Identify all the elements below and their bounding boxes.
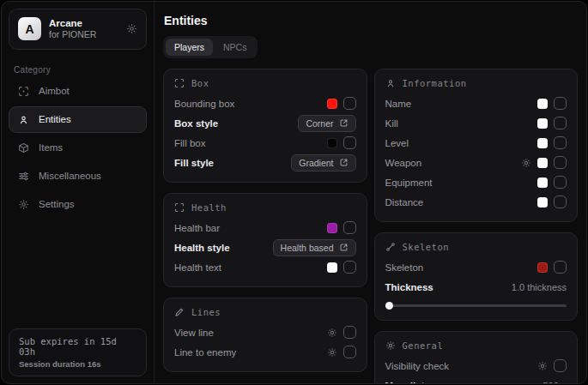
gear-icon[interactable] (327, 328, 337, 338)
tab-players[interactable]: Players (166, 39, 213, 56)
setting-label: Health style (174, 243, 230, 253)
dropdown-value: Health based (281, 243, 334, 253)
checkbox[interactable] (554, 156, 567, 169)
setting-label: Bounding box (174, 99, 234, 109)
checkbox[interactable] (343, 221, 356, 234)
setting-row-weapon: Weapon (385, 153, 567, 172)
setting-row-fill-box: Fill box (174, 133, 356, 153)
crosshair-icon (18, 86, 29, 97)
setting-label: Distance (385, 197, 424, 208)
expand-icon (339, 118, 349, 128)
setting-row-line-to-enemy: Line to enemy (174, 342, 356, 362)
setting-row-skeleton: Skeleton (385, 257, 567, 277)
gear-icon[interactable] (327, 347, 337, 358)
color-swatch[interactable] (537, 197, 548, 208)
sidebar-item-label: Aimbot (39, 86, 70, 96)
setting-label: Max distance (385, 381, 447, 384)
main-content: Entities Players NPCs Box (155, 2, 586, 383)
gear-icon (385, 340, 396, 351)
sidebar-item-items[interactable]: Items (9, 135, 147, 161)
setting-label: Name (385, 99, 412, 109)
checkbox[interactable] (554, 196, 567, 208)
sidebar-item-entities[interactable]: Entities (9, 106, 147, 133)
brand-logo: A (18, 17, 41, 40)
checkbox[interactable] (343, 97, 356, 110)
tab-npcs[interactable]: NPCs (215, 39, 255, 56)
bone-icon (385, 242, 396, 252)
setting-row-box-style: Box style Corner (174, 113, 356, 133)
slider-value: 500m (543, 381, 567, 384)
color-swatch[interactable] (327, 138, 337, 148)
checkbox[interactable] (554, 136, 567, 149)
checkbox[interactable] (554, 117, 567, 129)
checkbox[interactable] (343, 326, 356, 339)
dropdown-button[interactable]: Corner (298, 115, 355, 132)
setting-label: Level (385, 138, 409, 148)
lines-section: Lines View line (163, 298, 367, 372)
color-swatch[interactable] (537, 158, 548, 168)
setting-row-bounding-box: Bounding box (174, 93, 356, 113)
setting-row-kill: Kill (385, 113, 567, 133)
color-swatch[interactable] (327, 223, 337, 233)
checkbox[interactable] (343, 346, 356, 358)
setting-label: Equipment (385, 177, 433, 188)
setting-label: View line (174, 328, 214, 338)
setting-label: Health text (174, 262, 221, 273)
color-swatch[interactable] (537, 118, 548, 129)
sidebar-item-aimbot[interactable]: Aimbot (9, 78, 147, 105)
dropdown-button[interactable]: Health based (273, 239, 356, 256)
checkbox[interactable] (343, 136, 356, 149)
tab-bar: Players NPCs (163, 36, 258, 58)
dropdown-value: Corner (306, 118, 333, 129)
slider-thumb[interactable] (385, 302, 393, 310)
color-swatch[interactable] (537, 138, 548, 148)
person-scan-icon (18, 114, 29, 125)
sidebar-item-settings[interactable]: Settings (9, 191, 147, 218)
color-swatch[interactable] (537, 177, 548, 188)
thickness-slider[interactable] (385, 300, 567, 310)
checkbox[interactable] (554, 261, 567, 274)
sidebar: A Arcane for PIONER Category (2, 2, 155, 383)
sidebar-item-label: Settings (39, 199, 75, 209)
gear-icon[interactable] (126, 23, 137, 34)
skeleton-section: Skeleton Skeleton Thickness 1.0 thicknes… (374, 232, 579, 321)
information-section: Information Name Kill (374, 69, 579, 222)
category-label: Category (14, 65, 154, 75)
setting-row-equipment: Equipment (385, 172, 567, 192)
color-swatch[interactable] (327, 99, 337, 109)
checkbox[interactable] (554, 97, 567, 110)
setting-row-distance: Distance (385, 192, 567, 212)
expand-icon (339, 158, 349, 167)
dropdown-button[interactable]: Gradient (291, 154, 355, 171)
setting-label: Line to enemy (174, 347, 236, 358)
checkbox[interactable] (343, 261, 356, 274)
setting-row-view-line: View line (174, 322, 356, 342)
sidebar-item-miscellaneous[interactable]: Miscellaneous (9, 163, 147, 189)
cube-icon (18, 142, 29, 153)
section-title: Health (191, 202, 227, 213)
setting-row-name: Name (385, 93, 567, 113)
sidebar-item-label: Entities (39, 114, 71, 124)
setting-label: Fill style (174, 158, 214, 168)
setting-row-thickness: Thickness 1.0 thickness (385, 277, 567, 297)
section-title: Information (403, 78, 467, 88)
checkbox[interactable] (554, 359, 567, 372)
sidebar-item-label: Items (39, 142, 63, 153)
section-title: Skeleton (403, 242, 450, 252)
color-swatch[interactable] (327, 262, 337, 273)
setting-label: Kill (385, 118, 398, 129)
dropdown-value: Gradient (299, 158, 333, 168)
gear-icon[interactable] (537, 361, 548, 371)
box-section: Box Bounding box Box style Cor (163, 69, 367, 183)
section-title: Lines (191, 307, 221, 317)
pencil-line-icon (174, 307, 185, 317)
gear-icon[interactable] (521, 158, 531, 168)
color-swatch[interactable] (537, 99, 548, 109)
scan-corners-icon (174, 78, 185, 88)
setting-row-health-text: Health text (174, 257, 356, 277)
color-swatch[interactable] (537, 262, 548, 273)
section-title: Box (191, 78, 209, 88)
setting-row-visibility-check: Visibility check (385, 356, 567, 376)
checkbox[interactable] (554, 176, 567, 189)
scan-corners-icon (174, 202, 185, 213)
